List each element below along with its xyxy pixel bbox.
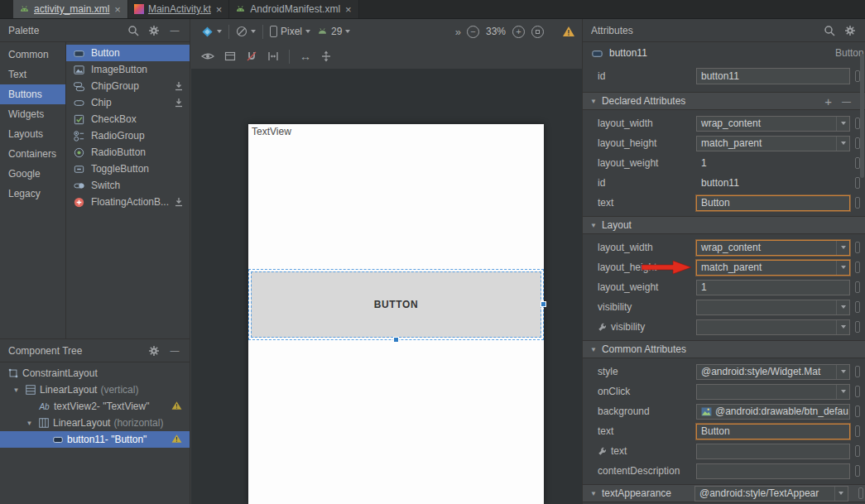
layout-weight-input[interactable]: 1 [696,280,850,295]
download-icon[interactable] [174,98,184,108]
download-icon[interactable] [174,197,184,207]
category-google[interactable]: Google [0,164,65,184]
tree-expand-icon[interactable]: ▼ [25,420,34,427]
chevron-down-icon[interactable] [836,117,849,131]
minimize-icon[interactable]: — [168,344,181,358]
tools-visibility-combo[interactable] [696,319,850,335]
section-expand-icon[interactable]: ▼ [590,98,597,105]
flag-toggle[interactable] [855,281,860,293]
onclick-combo[interactable] [696,384,850,400]
design-mode-selector[interactable] [201,26,222,38]
download-icon[interactable] [174,81,184,91]
design-canvas[interactable]: TextView BUTTON [248,124,544,504]
category-buttons[interactable]: Buttons [0,84,65,104]
section-common-attributes[interactable]: ▼ Common Attributes [583,340,865,358]
tree-item-linearlayout-horizontal[interactable]: ▼ LinearLayout(horizontal) [0,415,190,431]
canvas-textview[interactable]: TextView [252,126,291,137]
palette-item-switch[interactable]: Switch [66,177,190,194]
category-text[interactable]: Text [0,65,65,84]
gear-icon[interactable] [147,344,161,358]
close-icon[interactable]: × [344,4,353,15]
flag-toggle[interactable] [855,386,860,397]
layout-height-combo[interactable]: match_parent [696,260,850,276]
chevron-down-icon[interactable] [834,487,848,501]
style-combo[interactable]: @android:style/Widget.Mat [696,364,850,380]
flag-toggle[interactable] [855,262,860,273]
flag-toggle[interactable] [855,465,860,477]
tab-activity-main-xml[interactable]: activity_main.xml × [13,0,128,18]
zoom-out-button[interactable]: − [467,26,479,38]
tab-androidmanifest-xml[interactable]: AndroidManifest.xml × [229,0,358,18]
id-input[interactable]: button11 [696,68,850,84]
section-textappearance[interactable]: ▼ textAppearance @android:style/TextAppe… [583,484,865,502]
flag-toggle[interactable] [855,445,860,457]
tree-item-textview2[interactable]: Ab textView2- "TextView" [0,398,190,415]
category-common[interactable]: Common [0,45,65,65]
gear-icon[interactable] [147,24,161,37]
toolbar-overflow-chevron[interactable]: » [455,26,460,38]
textappearance-combo[interactable]: @android:style/TextAppear [694,486,848,502]
flag-toggle[interactable] [855,242,860,253]
layout-height-combo[interactable]: match_parent [696,136,850,151]
layout-weight-value[interactable]: 1 [696,156,850,171]
contentdescription-input[interactable] [696,463,850,479]
section-layout[interactable]: ▼ Layout [583,216,865,234]
view-options-button[interactable] [201,51,214,61]
flag-toggle[interactable] [855,177,860,189]
chevron-down-icon[interactable] [836,300,849,314]
layout-width-combo[interactable]: wrap_content [696,240,850,256]
remove-attribute-button[interactable]: — [842,97,851,106]
chevron-down-icon[interactable] [836,137,849,151]
palette-item-floatingactionbutton[interactable]: FloatingActionB... [66,194,190,210]
layout-width-combo[interactable]: wrap_content [696,116,850,132]
tree-expand-icon[interactable]: ▼ [12,386,21,394]
flag-toggle[interactable] [855,366,860,377]
api-selector[interactable]: 29 [317,26,350,37]
category-widgets[interactable]: Widgets [0,104,65,124]
palette-item-radiobutton[interactable]: RadioButton [66,144,190,161]
gear-icon[interactable] [843,24,857,37]
palette-item-chipgroup[interactable]: ChipGroup [66,78,190,94]
chevron-down-icon[interactable] [836,261,849,275]
palette-item-radiogroup[interactable]: RadioGroup [66,127,190,144]
flag-toggle[interactable] [858,487,863,499]
flag-toggle[interactable] [855,425,860,437]
orientation-selector[interactable] [236,26,256,37]
section-expand-icon[interactable]: ▼ [590,490,597,497]
palette-item-chip[interactable]: Chip [66,94,190,111]
background-input[interactable]: @android:drawable/btn_defau [696,404,850,420]
category-layouts[interactable]: Layouts [0,124,65,144]
scrollbar[interactable] [860,54,864,178]
canvas-button[interactable]: BUTTON [251,271,541,338]
autoconnect-toggle[interactable] [246,50,257,62]
zoom-to-fit-button[interactable] [531,26,544,38]
palette-item-imagebutton[interactable]: ImageButton [66,61,190,78]
category-containers[interactable]: Containers [0,144,65,164]
select-design-surface-button[interactable] [224,50,236,62]
flag-toggle[interactable] [855,406,860,417]
default-margins-button[interactable] [267,50,279,62]
section-expand-icon[interactable]: ▼ [590,346,597,353]
flag-toggle[interactable] [855,197,860,209]
chevron-down-icon[interactable] [836,241,849,255]
section-declared-attributes[interactable]: ▼ Declared Attributes + — [583,92,865,110]
search-icon[interactable] [823,24,836,37]
add-attribute-button[interactable]: + [824,95,832,108]
zoom-in-button[interactable]: + [512,26,525,38]
chevron-down-icon[interactable] [836,320,849,334]
search-icon[interactable] [127,24,140,37]
palette-item-button[interactable]: Button [66,45,190,61]
tree-item-constraintlayout[interactable]: ConstraintLayout [0,365,190,382]
align-vertical-button[interactable] [321,50,331,62]
resize-handle-bottom[interactable] [393,337,399,343]
text-input[interactable]: Button [696,424,850,439]
chevron-down-icon[interactable] [836,365,849,379]
resize-handle-right[interactable] [541,301,546,307]
flag-toggle[interactable] [855,321,860,333]
close-icon[interactable]: × [113,4,122,15]
visibility-combo[interactable] [696,300,850,315]
selected-linearlayout-region[interactable]: BUTTON [248,269,544,340]
palette-item-checkbox[interactable]: CheckBox [66,111,190,127]
warnings-button[interactable] [562,26,575,37]
palette-item-togglebutton[interactable]: ToggleButton [66,161,190,177]
